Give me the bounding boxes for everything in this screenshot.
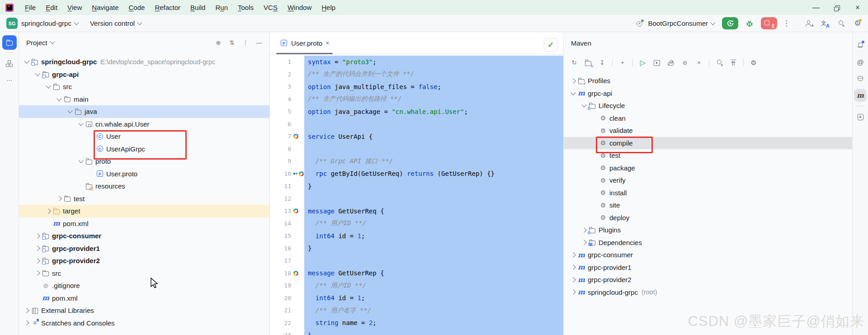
chevron-right-icon[interactable] <box>35 271 40 276</box>
minimize-button[interactable]: — <box>806 0 826 15</box>
code-line[interactable]: 2/** 生产的代码合并到一个文件 **/ <box>270 68 563 81</box>
maven-item-profiles[interactable]: ✓Profiles <box>564 75 852 87</box>
chevron-right-icon[interactable] <box>35 246 40 251</box>
maven-item-plugins[interactable]: ⚙Plugins <box>564 224 852 236</box>
reload-projects-icon[interactable]: ↻ <box>570 59 578 67</box>
maven-item-compile[interactable]: ⚙compile <box>564 137 852 150</box>
chevron-down-icon[interactable] <box>46 84 51 89</box>
vcs-widget[interactable]: Version control <box>90 19 135 27</box>
project-item-userapigrpc[interactable]: CUserApiGrpc <box>19 143 269 156</box>
translate-icon[interactable]: 文A <box>821 19 829 28</box>
project-item-user[interactable]: CUser <box>19 130 269 143</box>
maven-item-install[interactable]: ⚙install <box>564 187 852 199</box>
close-tab-icon[interactable]: × <box>326 39 329 47</box>
hide-icon[interactable]: — <box>255 38 263 47</box>
project-item-proto[interactable]: proto <box>19 155 269 168</box>
skip-tests-icon[interactable]: ⊘ <box>681 59 689 67</box>
chevron-right-icon[interactable] <box>571 277 576 282</box>
folder-sync-icon[interactable]: ↻ <box>584 59 592 67</box>
more-icon[interactable]: ⋮ <box>241 38 250 47</box>
project-item-grpc-api[interactable]: grpc-api <box>19 68 269 81</box>
code-line[interactable]: 4/** 生产代码输出的包路径 **/ <box>270 93 563 106</box>
code-line[interactable]: 10 rpc getById(GetUserReq) returns (GetU… <box>270 168 563 180</box>
maven-item-validate[interactable]: ⚙validate <box>564 124 852 137</box>
chevron-right-icon[interactable] <box>57 196 61 201</box>
maven-tool-tool-button[interactable]: m <box>854 89 867 102</box>
code-line[interactable]: 6 <box>270 118 563 131</box>
menu-vcs[interactable]: VCS <box>259 4 283 11</box>
project-tool-button[interactable] <box>2 35 17 50</box>
more-run-actions-button[interactable]: ⋮ <box>783 19 790 28</box>
chevron-down-icon[interactable] <box>78 158 83 163</box>
more-tool-windows-button[interactable]: ⋯ <box>3 74 16 86</box>
code-line[interactable]: 19 /** 用户ID **/ <box>270 279 563 292</box>
expand-collapse-icon[interactable]: ⇅ <box>228 38 236 47</box>
analyze-deps-icon[interactable] <box>715 59 723 67</box>
menu-view[interactable]: View <box>62 4 87 11</box>
code-line[interactable]: 23} <box>270 329 563 335</box>
inspections-ok-icon[interactable]: ✓ <box>544 38 557 52</box>
debug-button[interactable] <box>741 17 758 29</box>
project-item-target[interactable]: target <box>19 205 269 217</box>
project-item-springcloud-grpc[interactable]: springcloud-grpcE:\devlop\code_space\spr… <box>19 56 269 68</box>
cloud-off-icon[interactable] <box>667 59 675 67</box>
documentation-tool-button[interactable]: A <box>854 110 867 123</box>
menu-build[interactable]: Build <box>185 4 210 11</box>
chevron-right-icon[interactable] <box>46 208 51 213</box>
project-switcher[interactable]: springcloud-grpc <box>21 19 71 27</box>
chevron-right-icon[interactable] <box>35 233 40 238</box>
code-line[interactable]: 5option java_package = "cn.whale.api.Use… <box>270 105 563 118</box>
tab-user-proto[interactable]: P User.proto × <box>276 32 333 54</box>
restore-button[interactable] <box>826 0 847 15</box>
settings-dot-icon[interactable]: ⚙ <box>854 19 862 28</box>
expand-all-icon[interactable]: ⇈ <box>729 59 737 67</box>
code-line[interactable]: 16} <box>270 242 563 255</box>
code-area[interactable]: 1syntax = "proto3";2/** 生产的代码合并到一个文件 **/… <box>270 54 563 335</box>
chevron-right-icon[interactable] <box>35 258 40 263</box>
maven-item-clean[interactable]: ⚙clean <box>564 112 852 125</box>
code-line[interactable]: 13message GetUserReq { <box>270 205 563 217</box>
project-item-src[interactable]: src <box>19 80 269 93</box>
menu-navigate[interactable]: Navigate <box>87 4 123 11</box>
maven-item-package[interactable]: ⚙package <box>564 162 852 175</box>
project-item-grpc-consumer[interactable]: grpc-consumer <box>19 230 269 242</box>
project-item-cn-whale-api-user[interactable]: cn.whale.api.User <box>19 118 269 131</box>
maven-item-grpc-provider2[interactable]: mgrpc-provider2 <box>564 274 852 286</box>
maven-item-springcloud-grpc[interactable]: mspringcloud-grpc(root) <box>564 286 852 299</box>
notifications-tool-button[interactable] <box>854 39 867 52</box>
chevron-right-icon[interactable] <box>571 78 576 83</box>
project-item-grpc-provider2[interactable]: grpc-provider2 <box>19 255 269 267</box>
project-item-pom-xml[interactable]: mpom.xml <box>19 292 269 305</box>
project-item-src[interactable]: src <box>19 267 269 280</box>
search-icon[interactable] <box>837 19 845 28</box>
project-item-gitignore[interactable]: ⊘.gitignore <box>19 279 269 292</box>
maven-item-grpc-provider1[interactable]: mgrpc-provider1 <box>564 261 852 274</box>
menu-run[interactable]: Run <box>210 4 233 11</box>
maven-settings-icon[interactable]: ⚙ <box>750 59 758 67</box>
duplicate-marker-icon[interactable] <box>293 172 298 176</box>
code-line[interactable]: 14 /** 用户ID **/ <box>270 217 563 230</box>
project-item-user-proto[interactable]: PUser.proto <box>19 168 269 180</box>
code-line[interactable]: 1syntax = "proto3"; <box>270 56 563 68</box>
maven-item-grpc-consumer[interactable]: mgrpc-consumer <box>564 249 852 261</box>
code-line[interactable]: 12 <box>270 193 563 205</box>
maven-item-deploy[interactable]: ⚙deploy <box>564 212 852 224</box>
code-line[interactable]: 9 /** Grpc API 接口 **/ <box>270 155 563 168</box>
run-window-icon[interactable] <box>653 59 661 67</box>
code-line[interactable]: 20 int64 id = 1; <box>270 292 563 305</box>
project-item-scratches-and-consoles[interactable]: ≡Scratches and Consoles <box>19 317 269 330</box>
structure-tool-button[interactable] <box>3 57 16 70</box>
code-line[interactable]: 7service UserApi { <box>270 130 563 143</box>
chevron-down-icon[interactable] <box>78 121 83 126</box>
unlink-icon[interactable]: × <box>695 59 703 67</box>
chevron-right-icon[interactable] <box>571 290 576 295</box>
project-item-pom-xml[interactable]: mpom.xml <box>19 217 269 230</box>
locate-icon[interactable]: ⊕ <box>214 38 222 47</box>
maven-item-verify[interactable]: ⚙verify <box>564 174 852 187</box>
code-line[interactable]: 8 <box>270 143 563 156</box>
chevron-down-icon[interactable] <box>35 71 40 76</box>
implemented-marker-icon[interactable] <box>293 208 298 213</box>
code-line[interactable]: 11} <box>270 180 563 193</box>
chevron-right-icon[interactable] <box>581 227 586 232</box>
stop-button[interactable]: 2 <box>761 17 777 29</box>
